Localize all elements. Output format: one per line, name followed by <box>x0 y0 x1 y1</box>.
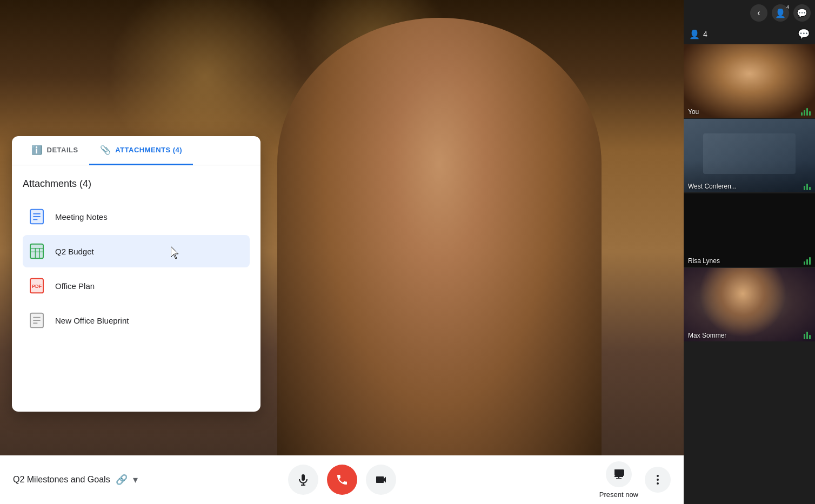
present-now-label: Present now <box>599 490 638 499</box>
participant-tiles: You West Conferen... <box>684 44 815 504</box>
attachment-meeting-notes[interactable]: Meeting Notes <box>23 200 250 233</box>
present-now-button[interactable]: Present now <box>599 461 638 499</box>
attachments-panel: ℹ️ Details 📎 Attachments (4) Attachments… <box>12 136 260 412</box>
svg-text:PDF: PDF <box>32 284 42 289</box>
present-now-icon-container <box>606 461 632 487</box>
tile-risa-audio <box>804 257 811 265</box>
end-call-icon <box>336 473 349 486</box>
tab-attachments[interactable]: 📎 Attachments (4) <box>89 136 193 165</box>
doc-icon <box>27 207 46 226</box>
people-icon-header: 👤 <box>689 29 700 39</box>
present-icon <box>612 468 625 481</box>
side-panel: ‹ 👤 4 💬 👤 4 💬 You <box>684 0 815 504</box>
blueprint-icon <box>27 311 46 330</box>
side-panel-header: ‹ 👤 4 💬 <box>684 0 815 26</box>
new-office-blueprint-label: New Office Blueprint <box>55 316 129 325</box>
panel-content: Attachments (4) Meeting Notes <box>12 165 260 350</box>
tile-west-label: West Conferen... <box>688 183 737 190</box>
attachment-q2-budget[interactable]: Q2 Budget <box>23 235 250 267</box>
tile-risa-video <box>684 193 815 267</box>
camera-icon <box>375 473 388 486</box>
attachment-icon: 📎 <box>100 145 111 155</box>
call-controls <box>288 465 396 495</box>
link-icon: 🔗 <box>116 474 128 486</box>
chat-icon: 💬 <box>797 8 807 18</box>
meeting-notes-label: Meeting Notes <box>55 212 108 221</box>
sheet-icon <box>27 241 46 261</box>
chat-icon-header: 💬 <box>798 28 810 40</box>
svg-point-22 <box>657 475 659 477</box>
participant-tile-risa[interactable]: Risa Lynes <box>684 193 815 267</box>
svg-rect-19 <box>302 474 305 481</box>
people-tab-button[interactable]: 👤 4 <box>772 4 789 22</box>
office-plan-label: Office Plan <box>55 281 95 291</box>
panel-tab-bar: ℹ️ Details 📎 Attachments (4) <box>12 136 260 165</box>
meeting-title: Q2 Milestones and Goals <box>13 475 110 485</box>
tile-you-audio <box>801 108 811 116</box>
bottom-right-controls: Present now <box>599 461 671 499</box>
participant-count-badge: 4 <box>786 4 789 10</box>
q2-budget-label: Q2 Budget <box>55 247 94 256</box>
attachment-new-office-blueprint[interactable]: New Office Blueprint <box>23 304 250 337</box>
tile-west-video <box>684 119 815 192</box>
attachment-list: Meeting Notes Q2 Budget <box>23 200 250 337</box>
people-icon: 👤 <box>775 8 786 18</box>
tile-max-label: Max Sommer <box>688 332 726 339</box>
tile-you-video <box>684 44 815 118</box>
more-options-button[interactable] <box>645 467 671 493</box>
tile-you-label: You <box>688 108 699 116</box>
participant-tile-you[interactable]: You <box>684 44 815 118</box>
tab-details-label: Details <box>47 146 78 154</box>
tile-max-audio <box>804 332 811 339</box>
mic-icon <box>297 473 310 486</box>
tile-max-face <box>684 268 815 341</box>
person-in-video <box>277 18 602 504</box>
tile-west-audio <box>804 184 811 190</box>
chat-tab-button[interactable]: 💬 <box>793 4 811 22</box>
bottom-bar: Q2 Milestones and Goals 🔗 ▾ <box>0 455 684 504</box>
svg-point-24 <box>657 482 659 485</box>
participant-tile-max[interactable]: Max Sommer <box>684 268 815 341</box>
chevron-down-icon[interactable]: ▾ <box>133 474 138 486</box>
collapse-panel-button[interactable]: ‹ <box>750 4 767 22</box>
pdf-icon: PDF <box>27 276 46 295</box>
end-call-button[interactable] <box>327 465 357 495</box>
info-icon: ℹ️ <box>31 145 43 155</box>
people-count-label: 4 <box>703 30 707 38</box>
participant-tile-west[interactable]: West Conferen... <box>684 119 815 192</box>
tile-risa-label: Risa Lynes <box>688 257 720 265</box>
tab-details[interactable]: ℹ️ Details <box>21 136 89 165</box>
meeting-title-area: Q2 Milestones and Goals 🔗 ▾ <box>13 474 138 486</box>
more-dots-icon <box>651 473 664 486</box>
svg-rect-5 <box>30 244 43 259</box>
camera-button[interactable] <box>366 465 396 495</box>
tab-attachments-label: Attachments (4) <box>115 146 182 154</box>
svg-point-23 <box>657 479 659 481</box>
microphone-button[interactable] <box>288 465 318 495</box>
attachment-office-plan[interactable]: PDF Office Plan <box>23 270 250 302</box>
attachments-title: Attachments (4) <box>23 178 250 190</box>
